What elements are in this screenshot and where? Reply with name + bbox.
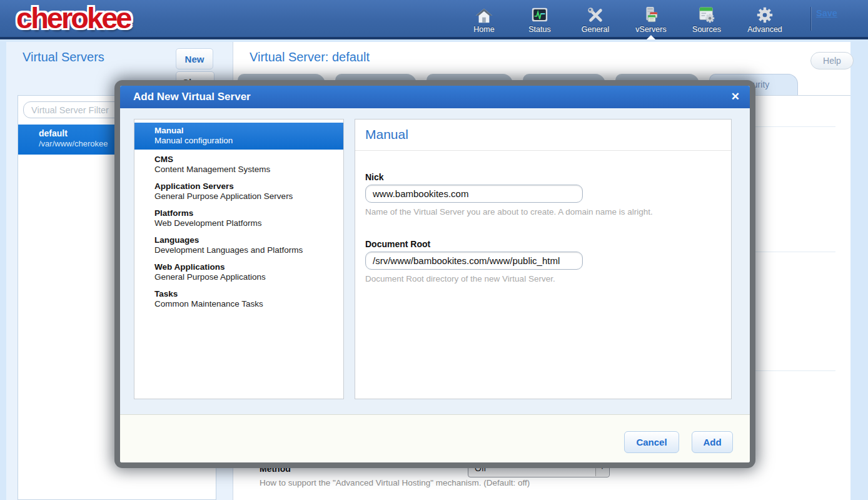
add-virtual-server-modal: Add New Virtual Server ✕ Manual Manual c… <box>114 80 755 468</box>
document-root-label: Document Root <box>365 239 721 249</box>
nav-item-advanced[interactable]: Advanced <box>742 3 787 34</box>
nav-menu: Home Status General vServers <box>464 3 787 34</box>
modal-title: Add New Virtual Server <box>133 86 251 108</box>
nav-label: General <box>582 25 609 34</box>
category-languages[interactable]: Languages Development Languages and Plat… <box>134 230 343 257</box>
nick-input[interactable] <box>365 185 583 203</box>
sources-icon <box>697 3 717 24</box>
nav-label: Home <box>473 25 494 34</box>
nav-item-sources[interactable]: Sources <box>687 3 727 34</box>
close-icon[interactable]: ✕ <box>731 86 740 108</box>
wizard-category-list: Manual Manual configuration CMS Content … <box>134 119 344 399</box>
nick-help-text: Name of the Virtual Server you are about… <box>365 207 721 217</box>
vservers-icon <box>641 3 661 24</box>
document-root-help-text: Document Root directory of the new Virtu… <box>365 274 721 283</box>
nav-item-home[interactable]: Home <box>464 3 504 34</box>
category-tasks[interactable]: Tasks Common Maintenance Tasks <box>134 284 343 311</box>
nav-item-vservers[interactable]: vServers <box>631 3 671 34</box>
nick-label: Nick <box>365 172 721 182</box>
nav-item-general[interactable]: General <box>575 3 615 34</box>
new-virtual-server-button[interactable]: New <box>176 48 213 69</box>
document-root-input[interactable] <box>365 252 583 270</box>
nav-label: Sources <box>692 25 721 34</box>
modal-titlebar: Add New Virtual Server ✕ <box>120 86 750 108</box>
advanced-icon <box>755 3 775 24</box>
help-button[interactable]: Help <box>810 52 854 69</box>
cherokee-admin-screen: cherokee Home Status General <box>0 0 868 500</box>
category-manual[interactable]: Manual Manual configuration <box>134 123 343 150</box>
category-platforms[interactable]: Platforms Web Development Platforms <box>134 203 343 230</box>
category-application-servers[interactable]: Application Servers General Purpose Appl… <box>134 176 343 203</box>
top-nav: cherokee Home Status General <box>0 0 868 39</box>
modal-footer: Cancel Add <box>120 414 750 462</box>
panel-heading: Manual <box>355 120 731 151</box>
nick-field-group: Nick Name of the Virtual Server you are … <box>365 172 721 217</box>
home-icon <box>474 3 494 24</box>
modal-body: Add New Virtual Server ✕ Manual Manual c… <box>120 86 750 462</box>
nav-item-status[interactable]: Status <box>520 3 560 34</box>
status-icon <box>530 3 550 24</box>
manual-config-panel: Manual Nick Name of the Virtual Server y… <box>355 119 732 399</box>
active-tab-pointer <box>647 35 655 39</box>
nav-label: vServers <box>635 25 666 34</box>
sidebar-title: Virtual Servers <box>23 50 104 64</box>
nav-divider <box>810 7 811 31</box>
method-help-text: How to support the "Advanced Virtual Hos… <box>260 478 530 487</box>
document-root-field-group: Document Root Document Root directory of… <box>365 239 721 283</box>
nav-label: Status <box>528 25 550 34</box>
add-button[interactable]: Add <box>692 431 733 453</box>
category-cms[interactable]: CMS Content Management Systems <box>134 150 343 176</box>
save-link[interactable]: Save <box>816 8 837 18</box>
category-web-applications[interactable]: Web Applications General Purpose Applica… <box>134 257 343 284</box>
nav-label: Advanced <box>747 25 782 34</box>
general-icon <box>585 3 605 24</box>
cancel-button[interactable]: Cancel <box>624 431 679 453</box>
cherokee-logo: cherokee <box>16 1 130 35</box>
page-title: Virtual Server: default <box>250 50 370 64</box>
